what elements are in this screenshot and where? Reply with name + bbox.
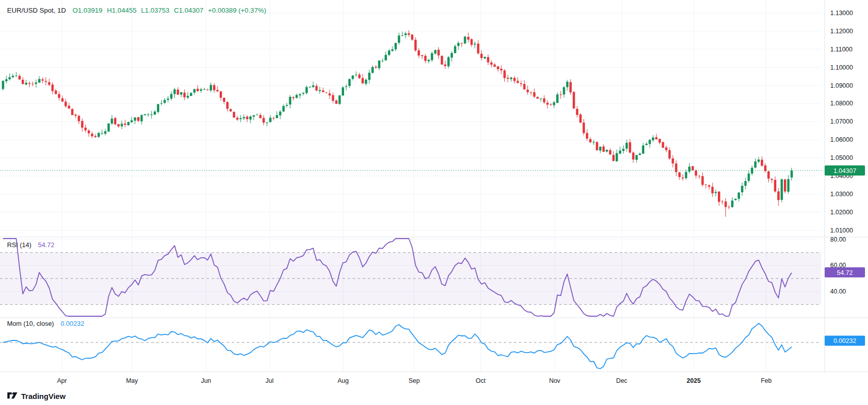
svg-text:1.06000: 1.06000 (830, 136, 853, 143)
svg-text:54.72: 54.72 (837, 269, 852, 276)
svg-text:Feb: Feb (761, 377, 772, 384)
rsi-badge: 54.72 (825, 267, 865, 277)
mom-badge: 0.00232 (825, 336, 865, 346)
svg-text:Sep: Sep (409, 377, 420, 384)
price-badge: 1.04307 (825, 165, 865, 176)
mom-value: 0.00232 (60, 320, 84, 327)
svg-text:0.00232: 0.00232 (833, 337, 856, 344)
rsi-indicator-label[interactable]: RSI (14) (7, 241, 31, 249)
svg-text:80.00: 80.00 (830, 236, 846, 243)
svg-text:40.00: 40.00 (830, 288, 846, 295)
candlestick-series (2, 30, 793, 217)
svg-text:Dec: Dec (616, 377, 627, 384)
svg-text:1.05000: 1.05000 (830, 154, 853, 161)
ohlc-change: +0.00389 (+0.37%) (208, 7, 266, 14)
svg-text:1.10000: 1.10000 (830, 64, 853, 71)
svg-text:1.13000: 1.13000 (830, 10, 853, 17)
svg-text:May: May (126, 377, 138, 384)
ohlc-close: C1.04307 (174, 7, 204, 14)
price-axis[interactable]: 1.130001.120001.110001.100001.090001.080… (830, 10, 853, 295)
time-axis[interactable]: AprMayJunJulAugSepOctNovDec2025Feb (57, 377, 772, 384)
svg-text:1.01000: 1.01000 (830, 227, 853, 234)
brand-name: TradingView (21, 392, 65, 400)
svg-text:Nov: Nov (549, 377, 561, 384)
mom-legend: Mom (10, close) 0.00232 (7, 320, 84, 327)
ohlc-open: O1.03919 (73, 7, 102, 14)
gridlines (0, 0, 821, 372)
svg-text:Jul: Jul (265, 377, 274, 384)
tradingview-logo-link[interactable]: TradingView (7, 392, 65, 400)
tradingview-icon (7, 392, 18, 400)
ohlc-low: L1.03753 (141, 7, 169, 14)
svg-text:1.02000: 1.02000 (830, 209, 853, 216)
svg-text:Apr: Apr (57, 377, 66, 384)
ohlc-high: H1.04455 (107, 7, 137, 14)
chart-canvas[interactable]: 1.130001.120001.110001.100001.090001.080… (0, 0, 868, 405)
symbol-title[interactable]: EUR/USD Spot, 1D (7, 7, 66, 14)
mom-indicator-label[interactable]: Mom (10, close) (7, 320, 54, 327)
tradingview-chart-window: 1.130001.120001.110001.100001.090001.080… (0, 0, 868, 405)
svg-text:1.11000: 1.11000 (830, 46, 852, 53)
svg-text:1.08000: 1.08000 (830, 100, 853, 107)
svg-text:2025: 2025 (687, 377, 701, 384)
svg-text:1.09000: 1.09000 (830, 82, 853, 89)
svg-text:Jun: Jun (201, 377, 211, 384)
svg-text:1.12000: 1.12000 (830, 28, 853, 35)
rsi-value: 54.72 (38, 241, 54, 249)
svg-text:1.07000: 1.07000 (830, 118, 853, 125)
svg-text:Oct: Oct (476, 377, 486, 384)
svg-text:1.03000: 1.03000 (830, 191, 853, 198)
svg-text:1.04307: 1.04307 (833, 167, 856, 175)
mom-line (3, 323, 792, 369)
symbol-legend: EUR/USD Spot, 1D O1.03919 H1.04455 L1.03… (7, 7, 266, 14)
svg-text:Aug: Aug (338, 377, 349, 384)
rsi-legend: RSI (14) 54.72 (7, 241, 54, 249)
